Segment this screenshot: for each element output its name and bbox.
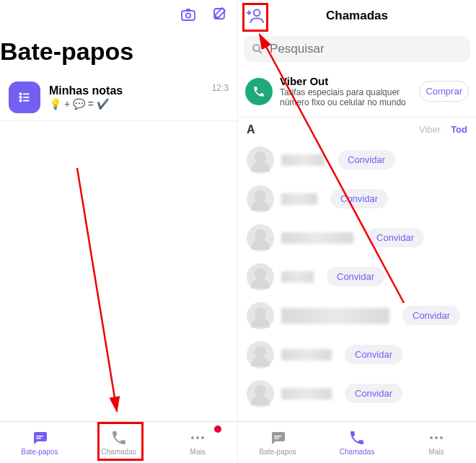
avatar: [247, 185, 274, 213]
svg-point-12: [196, 436, 199, 439]
contact-row[interactable]: Convidar: [238, 141, 476, 180]
invite-button[interactable]: Convidar: [366, 228, 424, 247]
phone-icon: [348, 429, 366, 446]
filter-viber[interactable]: Viber: [419, 124, 441, 135]
add-contact-icon[interactable]: [246, 15, 265, 27]
nav-label: Bate-papos: [21, 448, 58, 456]
avatar: [247, 224, 274, 252]
contact-row[interactable]: Convidar: [238, 219, 476, 257]
buy-button[interactable]: Comprar: [419, 81, 469, 102]
nav-chats[interactable]: Bate-papos: [238, 422, 317, 463]
avatar: [247, 302, 274, 330]
svg-point-13: [201, 436, 204, 439]
search-icon: [251, 43, 264, 56]
nav-more[interactable]: Mais: [158, 422, 237, 463]
contact-name-redacted: [281, 154, 325, 166]
top-toolbar: [0, 0, 237, 32]
contact-name-redacted: [281, 308, 389, 324]
chat-preview: 💡 + 💬 = ✔️: [49, 97, 203, 110]
nav-label: Chamadas: [340, 448, 374, 456]
viber-out-subtitle: Tarifas especiais para qualquer número f…: [280, 87, 412, 108]
svg-rect-21: [274, 438, 279, 439]
nav-calls[interactable]: Chamadas: [79, 422, 159, 463]
svg-point-3: [19, 93, 21, 94]
svg-rect-0: [182, 11, 195, 20]
nav-more[interactable]: Mais: [397, 422, 476, 463]
chats-screen: Bate-papos Minhas notas 💡 + 💬 = ✔️ 12:3 …: [0, 0, 238, 463]
search-input[interactable]: [270, 42, 463, 56]
bottom-nav-right: Bate-papos Chamadas Mais: [238, 421, 476, 463]
page-title: Bate-papos: [0, 32, 237, 74]
svg-rect-20: [274, 436, 281, 437]
phone-icon: [110, 429, 128, 446]
more-dots-icon: [428, 429, 445, 446]
contact-list: Convidar Convidar Convidar Convidar Conv…: [238, 141, 476, 463]
contact-row[interactable]: Convidar: [238, 180, 476, 219]
calls-header: Chamadas: [238, 0, 476, 32]
compose-icon[interactable]: [211, 6, 229, 26]
notes-icon: [9, 81, 40, 113]
contact-name-redacted: [281, 388, 332, 400]
invite-button[interactable]: Convidar: [327, 267, 384, 286]
invite-button[interactable]: Convidar: [345, 384, 402, 403]
chat-list-item[interactable]: Minhas notas 💡 + 💬 = ✔️ 12:3: [0, 74, 237, 121]
viber-out-row[interactable]: Viber Out Tarifas especiais para qualque…: [238, 66, 476, 118]
svg-point-22: [430, 436, 433, 439]
contact-name-redacted: [281, 193, 317, 205]
filter-all[interactable]: Tod: [451, 124, 467, 135]
contact-row[interactable]: Convidar: [238, 374, 476, 413]
calls-screen: Chamadas Viber Out Tarifas especiais par…: [238, 0, 476, 463]
invite-button[interactable]: Convidar: [330, 189, 388, 208]
nav-label: Mais: [428, 448, 444, 456]
contact-row[interactable]: Convidar: [238, 296, 476, 335]
svg-point-1: [186, 13, 190, 17]
svg-point-18: [253, 45, 260, 51]
invite-button[interactable]: Convidar: [338, 150, 395, 169]
svg-point-23: [435, 436, 438, 439]
svg-point-15: [254, 9, 260, 16]
avatar: [247, 341, 274, 369]
svg-point-5: [19, 97, 21, 98]
chat-bubble-icon: [269, 429, 286, 446]
invite-button[interactable]: Convidar: [345, 345, 402, 364]
svg-rect-9: [36, 436, 43, 437]
avatar: [247, 380, 274, 407]
filter-tabs: Viber Tod: [419, 124, 467, 135]
more-dots-icon: [189, 429, 206, 446]
nav-chats[interactable]: Bate-papos: [0, 422, 79, 463]
section-header: A Viber Tod: [238, 118, 476, 141]
calls-title: Chamadas: [326, 9, 388, 23]
svg-point-11: [191, 436, 194, 439]
viber-out-title: Viber Out: [280, 75, 412, 87]
contact-name-redacted: [281, 232, 353, 244]
section-letter: A: [247, 123, 255, 136]
chat-text: Minhas notas 💡 + 💬 = ✔️: [49, 84, 203, 110]
chat-time: 12:3: [212, 81, 229, 93]
search-bar[interactable]: [244, 36, 470, 62]
nav-calls[interactable]: Chamadas: [317, 422, 397, 463]
nav-label: Chamadas: [101, 448, 136, 456]
chat-name: Minhas notas: [49, 84, 203, 97]
svg-point-7: [19, 100, 21, 101]
avatar: [247, 146, 274, 174]
contact-row[interactable]: Convidar: [238, 257, 476, 296]
nav-label: Bate-papos: [259, 448, 296, 456]
contact-row[interactable]: Convidar: [238, 335, 476, 374]
svg-rect-10: [36, 438, 41, 439]
viber-out-icon: [245, 78, 273, 105]
contact-name-redacted: [281, 349, 332, 361]
chat-bubble-icon: [31, 429, 48, 446]
annotation-box-add-contact: [242, 3, 268, 32]
camera-icon[interactable]: [180, 6, 197, 26]
contact-name-redacted: [281, 271, 314, 283]
bottom-nav-left: Bate-papos Chamadas Mais: [0, 421, 237, 463]
svg-line-19: [259, 50, 262, 53]
invite-button[interactable]: Convidar: [402, 306, 460, 325]
svg-point-24: [440, 436, 443, 439]
notification-badge: [214, 425, 221, 433]
avatar: [247, 263, 274, 291]
viber-out-text: Viber Out Tarifas especiais para qualque…: [280, 75, 412, 108]
nav-label: Mais: [190, 448, 206, 456]
